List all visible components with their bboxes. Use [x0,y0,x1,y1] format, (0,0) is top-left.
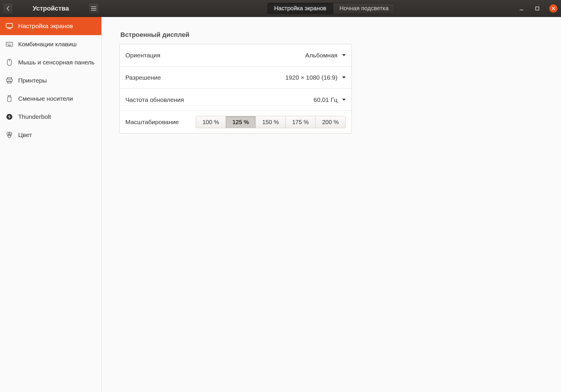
scale-option-label: 125 % [232,119,249,126]
row-value-wrap: 1920 × 1080 (16:9) [285,74,346,81]
close-icon [552,7,555,10]
tab-label: Ночная подсветка [340,5,389,12]
svg-point-8 [7,44,8,45]
sidebar-item-label: Сменные носители [18,95,73,102]
tab-displays[interactable]: Настройка экранов [268,3,333,14]
svg-rect-18 [8,97,11,102]
svg-rect-3 [6,42,13,46]
sidebar-item-displays[interactable]: Настройка экранов [0,17,101,35]
chevron-down-icon [342,76,346,78]
row-value-wrap: Альбомная [305,52,346,59]
sidebar-item-label: Цвет [18,131,32,138]
maximize-icon [535,6,539,11]
scale-option-label: 150 % [262,119,279,126]
removable-media-icon [6,95,13,102]
svg-rect-12 [8,45,11,46]
thunderbolt-icon [6,113,13,120]
color-icon [6,131,13,138]
row-label: Масштабирование [125,119,179,126]
chevron-left-icon [6,6,10,11]
svg-rect-1 [536,7,539,10]
chevron-down-icon [342,54,346,56]
scale-button-group: 100 % 125 % 150 % 175 % 200 % [196,116,346,128]
tab-night-light[interactable]: Ночная подсветка [333,3,395,14]
row-orientation[interactable]: Ориентация Альбомная [120,44,352,66]
svg-point-5 [8,43,9,44]
svg-point-11 [11,44,11,45]
window-controls [518,4,557,13]
row-label: Частота обновления [125,96,184,103]
svg-point-4 [7,43,8,44]
row-label: Разрешение [125,74,161,81]
row-label: Ориентация [125,52,160,59]
sidebar: Настройка экранов Комбинации клавиш Мышь… [0,17,102,392]
headerbar-right: Настройка экранов Ночная подсветка [102,3,561,14]
svg-rect-2 [6,23,13,28]
svg-rect-19 [8,95,11,97]
keyboard-icon [6,41,13,48]
svg-rect-17 [8,81,11,83]
row-scale: Масштабирование 100 % 125 % 150 % 175 % … [120,111,352,133]
displays-icon [6,23,13,30]
scale-option-label: 200 % [322,119,339,126]
sidebar-item-label: Настройка экранов [18,23,73,30]
row-resolution[interactable]: Разрешение 1920 × 1080 (16:9) [120,66,352,89]
headerbar: Устройства Настройка экранов Ночная подс… [0,0,561,17]
headerbar-left: Устройства [0,3,102,14]
page-title: Устройства [16,5,86,12]
sidebar-item-label: Комбинации клавиш [18,41,77,48]
section-label: Встроенный дисплей [120,31,543,39]
display-settings-panel: Ориентация Альбомная Разрешение 1920 × 1… [119,44,352,133]
svg-point-6 [9,43,10,44]
row-value: Альбомная [305,52,337,59]
printer-icon [6,77,13,84]
sidebar-item-color[interactable]: Цвет [0,126,101,144]
svg-point-23 [8,134,11,138]
sidebar-item-mouse[interactable]: Мышь и сенсорная панель [0,53,101,71]
hamburger-menu-button[interactable] [88,3,99,14]
svg-point-10 [9,44,10,45]
row-value-wrap: 60,01 Гц [313,96,346,103]
scale-option-label: 175 % [292,119,309,126]
row-value: 1920 × 1080 (16:9) [285,74,337,81]
scale-option-label: 100 % [202,119,219,126]
hamburger-icon [91,6,96,11]
tab-label: Настройка экранов [274,5,326,12]
sidebar-item-removable-media[interactable]: Сменные носители [0,90,101,108]
body: Настройка экранов Комбинации клавиш Мышь… [0,17,561,392]
scale-option-200[interactable]: 200 % [316,116,345,128]
chevron-down-icon [342,99,346,101]
svg-point-7 [11,43,11,44]
scale-option-125[interactable]: 125 % [226,116,256,128]
close-button[interactable] [549,4,557,13]
row-value: 60,01 Гц [313,96,337,103]
back-button[interactable] [2,3,13,14]
sidebar-item-label: Мышь и сенсорная панель [18,59,95,66]
sidebar-item-keyboard[interactable]: Комбинации клавиш [0,35,101,53]
sidebar-item-label: Принтеры [18,77,47,84]
svg-rect-0 [520,10,523,10]
minimize-icon [519,6,524,11]
view-switcher: Настройка экранов Ночная подсветка [267,3,395,14]
svg-point-9 [8,44,9,45]
main-content: Встроенный дисплей Ориентация Альбомная … [102,17,561,392]
scale-option-150[interactable]: 150 % [256,116,286,128]
minimize-button[interactable] [518,5,525,12]
row-refresh-rate[interactable]: Частота обновления 60,01 Гц [120,89,352,111]
mouse-icon [6,59,13,66]
sidebar-item-thunderbolt[interactable]: Thunderbolt [0,108,101,126]
maximize-button[interactable] [533,5,541,12]
scale-option-175[interactable]: 175 % [286,116,316,128]
sidebar-item-label: Thunderbolt [18,113,51,120]
sidebar-item-printers[interactable]: Принтеры [0,71,101,90]
scale-option-100[interactable]: 100 % [196,116,226,128]
